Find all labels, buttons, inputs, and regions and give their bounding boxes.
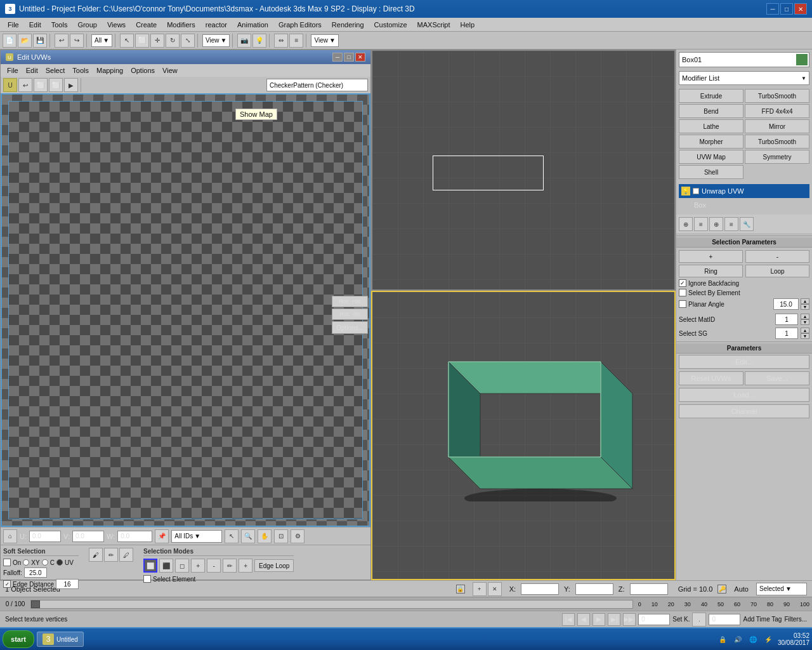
uvws-menu-edit[interactable]: Edit — [22, 65, 42, 76]
view2-dropdown[interactable]: View▼ — [311, 34, 338, 47]
brush-btn1[interactable]: 🖌 — [89, 548, 103, 562]
menu-views[interactable]: Views — [102, 20, 131, 30]
xform-add2[interactable]: ✕ — [488, 582, 502, 596]
menu-maxscript[interactable]: MAXScript — [412, 20, 455, 30]
uvws-tool4[interactable]: ▶ — [64, 78, 78, 92]
mod-check-unwrap[interactable]: ✓ — [693, 188, 699, 194]
sys-tray-icon-4[interactable]: ⚡ — [761, 632, 775, 646]
brush-btn3[interactable]: 🖊 — [119, 548, 133, 562]
frame2-input[interactable]: 0 — [709, 614, 740, 625]
sel-mode-btn6[interactable]: ✏ — [223, 559, 237, 573]
viewport-bottom[interactable] — [371, 291, 676, 580]
all-ids-dropdown[interactable]: All IDs▼ — [171, 530, 222, 543]
viewport-top[interactable] — [371, 50, 676, 291]
play-btn[interactable]: ▶ — [593, 613, 605, 626]
rot-minus90-btn[interactable]: Rot. -90 — [332, 308, 368, 320]
mod-btn-shell[interactable]: Shell — [679, 165, 743, 179]
uvw-zoom-btn[interactable]: 🔍 — [241, 529, 255, 543]
sel-mode-btn4[interactable]: + — [191, 559, 205, 573]
menu-reactor[interactable]: reactor — [200, 20, 232, 30]
options-btn[interactable]: Options... — [332, 321, 368, 334]
rotate-button[interactable]: ↻ — [166, 34, 180, 48]
edge-dist-input[interactable] — [56, 579, 79, 589]
x-field[interactable] — [521, 583, 559, 595]
planar-angle-input[interactable] — [773, 298, 799, 310]
matid-spin-down[interactable]: ▼ — [801, 319, 809, 325]
uvws-minimize[interactable]: ─ — [332, 53, 343, 62]
play-prev[interactable]: ◀ — [577, 613, 590, 626]
timeline-thumb[interactable] — [31, 600, 40, 608]
channel-btn[interactable]: Channel — [679, 404, 809, 418]
uvws-close[interactable]: ✕ — [355, 53, 365, 62]
select-region-button[interactable]: ⬜ — [135, 34, 149, 48]
uvws-menu-tools[interactable]: Tools — [69, 65, 93, 76]
panel-icon-4[interactable]: ≡ — [724, 217, 738, 231]
sel-mode-btn7[interactable]: + — [239, 559, 252, 573]
view-dropdown[interactable]: View▼ — [202, 34, 230, 47]
sys-tray-icon-1[interactable]: 🔒 — [716, 632, 730, 646]
y-field[interactable] — [575, 583, 613, 595]
sys-tray-icon-3[interactable]: 🌐 — [746, 632, 760, 646]
edge-dist-checkbox[interactable]: ✓ — [3, 580, 11, 588]
uvws-menu-options[interactable]: Options — [127, 65, 159, 76]
mod-btn-ffd[interactable]: FFD 4x4x4 — [745, 104, 809, 118]
mod-btn-morpher[interactable]: Morpher — [679, 135, 743, 149]
start-button[interactable]: start — [3, 630, 34, 648]
mod-stack-unwrap-uvw[interactable]: 💡 ✓ Unwrap UVW — [679, 184, 809, 198]
menu-customize[interactable]: Customize — [369, 20, 412, 30]
reset-uvws-btn[interactable]: Reset UVWs — [679, 371, 743, 385]
menu-help[interactable]: Help — [455, 20, 480, 30]
uvws-menu-file[interactable]: File — [3, 65, 22, 76]
align-button[interactable]: ≡ — [289, 34, 303, 48]
mod-btn-extrude[interactable]: Extrude — [679, 89, 743, 103]
falloff-input[interactable] — [24, 567, 47, 578]
w-value[interactable]: 0.0 — [117, 531, 152, 542]
minus-btn[interactable]: - — [745, 250, 809, 263]
soft-on-checkbox[interactable] — [3, 559, 11, 566]
uvw-checker-area[interactable] — [1, 93, 370, 527]
planar-angle-cb[interactable] — [679, 300, 686, 308]
v-value[interactable]: 0.0 — [72, 531, 104, 542]
camera-button[interactable]: 📷 — [237, 34, 251, 48]
play-last[interactable]: ▶▶| — [623, 613, 636, 626]
uvws-menu-select[interactable]: Select — [42, 65, 69, 76]
rot-plus90-btn[interactable]: Rot. +90 — [332, 296, 368, 307]
key-icon[interactable]: 🔑 — [717, 585, 726, 594]
matid-spin-up[interactable]: ▲ — [801, 314, 809, 319]
uvws-show-map-btn[interactable]: U — [3, 78, 17, 92]
uv-radio[interactable] — [56, 559, 63, 566]
mod-btn-uvwmap[interactable]: UVW Map — [679, 150, 743, 164]
select-matid-value[interactable]: 1 — [775, 314, 798, 325]
z-field[interactable] — [630, 583, 668, 595]
menu-edit[interactable]: Edit — [24, 20, 46, 30]
new-button[interactable]: 📄 — [3, 34, 16, 48]
uvw-home-btn[interactable]: ⌂ — [3, 529, 17, 543]
redo-button[interactable]: ↪ — [70, 34, 84, 48]
mod-btn-bend[interactable]: Bend — [679, 104, 743, 118]
uvw-settings-btn[interactable]: ⚙ — [291, 529, 304, 543]
lock-icon[interactable]: 🔒 — [456, 585, 465, 594]
frame-input[interactable]: 0 — [638, 614, 670, 625]
xy-radio[interactable] — [23, 559, 29, 566]
select-by-element-cb[interactable] — [679, 289, 686, 296]
sg-spin-down[interactable]: ▼ — [801, 333, 809, 339]
sel-mode-btn1[interactable]: ⬜ — [143, 559, 157, 573]
menu-tools[interactable]: Tools — [46, 20, 73, 30]
menu-create[interactable]: Create — [131, 20, 162, 30]
u-value[interactable]: 0.0 — [29, 531, 61, 542]
timeline-slider[interactable] — [30, 600, 633, 609]
save-button[interactable]: 💾 — [33, 34, 47, 48]
select-element-checkbox[interactable] — [143, 575, 151, 583]
uvws-menu-mapping[interactable]: Mapping — [93, 65, 127, 76]
brush-btn2[interactable]: ✏ — [104, 548, 118, 562]
menu-graph-editors[interactable]: Graph Editors — [273, 20, 327, 30]
mirror-button[interactable]: ⇔ — [274, 34, 288, 48]
uvws-tool2[interactable]: ⬜ — [34, 78, 48, 92]
mod-stack-box[interactable]: Box — [679, 198, 809, 212]
filter-dropdown[interactable]: All▼ — [91, 34, 112, 47]
panel-icon-1[interactable]: ⊕ — [679, 217, 693, 231]
uvws-menu-view[interactable]: View — [159, 65, 181, 76]
close-button[interactable]: ✕ — [794, 3, 807, 15]
planar-angle-spin-down[interactable]: ▼ — [801, 304, 809, 310]
select-button[interactable]: ↖ — [120, 34, 134, 48]
